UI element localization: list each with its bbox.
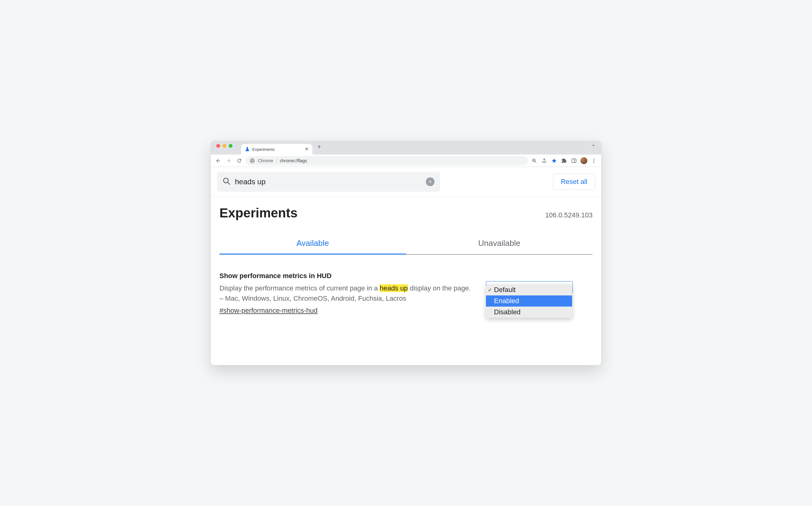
chrome-version: 106.0.5249.103 — [545, 211, 593, 219]
flags-search-box[interactable]: × — [217, 172, 440, 192]
forward-button[interactable] — [224, 156, 233, 165]
flags-body: Experiments 106.0.5249.103 Available Una… — [211, 197, 601, 327]
svg-point-11 — [593, 162, 594, 163]
svg-point-10 — [593, 160, 594, 161]
svg-line-4 — [535, 161, 536, 163]
experiment-name: Show performance metrics in HUD — [219, 272, 473, 280]
reset-all-button[interactable]: Reset all — [553, 174, 595, 190]
share-icon[interactable] — [540, 156, 548, 165]
back-button[interactable] — [214, 156, 223, 165]
maximize-window-button[interactable] — [229, 144, 232, 148]
search-highlight: heads up — [380, 284, 408, 292]
svg-rect-7 — [572, 159, 576, 163]
experiment-info: Show performance metrics in HUD Display … — [219, 272, 473, 315]
browser-window: Experiments ✕ + Chrome chrome://flags — [211, 141, 601, 365]
experiment-desc-text: Display the performance metrics of curre… — [219, 284, 380, 292]
new-tab-button[interactable]: + — [314, 143, 324, 153]
option-label: Default — [494, 286, 516, 294]
search-icon — [223, 177, 231, 186]
close-tab-icon[interactable]: ✕ — [305, 147, 309, 152]
option-label: Disabled — [494, 308, 521, 316]
experiment-select[interactable]: ✓ Default Enabled Disabled — [486, 281, 573, 315]
omnibox-url: chrome://flags — [280, 158, 307, 163]
flags-search-input[interactable] — [235, 177, 422, 186]
reload-button[interactable] — [235, 156, 244, 165]
flask-icon — [245, 147, 250, 152]
browser-toolbar: Chrome chrome://flags — [211, 155, 601, 167]
zoom-icon[interactable] — [530, 156, 539, 165]
select-dropdown: ✓ Default Enabled Disabled — [486, 284, 572, 318]
toolbar-actions — [530, 156, 598, 165]
profile-avatar[interactable] — [580, 156, 588, 165]
minimize-window-button[interactable] — [223, 144, 226, 148]
extensions-icon[interactable] — [560, 156, 569, 165]
option-label: Enabled — [494, 297, 519, 305]
tab-title: Experiments — [252, 147, 302, 152]
svg-point-9 — [593, 159, 594, 160]
page-content: × Reset all Experiments 106.0.5249.103 A… — [211, 167, 601, 365]
svg-point-12 — [223, 178, 228, 183]
tab-unavailable[interactable]: Unavailable — [406, 233, 593, 254]
chrome-icon — [250, 158, 255, 163]
option-default[interactable]: ✓ Default — [486, 284, 572, 296]
close-window-button[interactable] — [216, 144, 220, 148]
browser-tab[interactable]: Experiments ✕ — [241, 144, 312, 155]
heading-row: Experiments 106.0.5249.103 — [219, 205, 593, 221]
page-title: Experiments — [219, 205, 298, 221]
experiment-tabs: Available Unavailable — [219, 233, 593, 255]
window-controls — [214, 144, 235, 151]
flags-header: × Reset all — [211, 167, 601, 197]
option-disabled[interactable]: Disabled — [486, 307, 572, 318]
tabs-overflow-button[interactable] — [591, 143, 598, 153]
omnibox-label: Chrome — [258, 158, 273, 163]
address-bar[interactable]: Chrome chrome://flags — [245, 156, 528, 165]
option-enabled[interactable]: Enabled — [486, 296, 572, 307]
svg-line-13 — [228, 182, 230, 185]
tab-available[interactable]: Available — [219, 233, 406, 254]
svg-point-2 — [251, 160, 253, 161]
bookmark-star-icon[interactable] — [550, 156, 559, 165]
side-panel-icon[interactable] — [570, 156, 578, 165]
clear-search-icon[interactable]: × — [426, 177, 435, 186]
omnibox-divider — [277, 158, 277, 163]
menu-icon[interactable] — [589, 156, 598, 165]
experiment-description: Display the performance metrics of curre… — [219, 283, 473, 304]
experiment-hash-link[interactable]: #show-performance-metrics-hud — [219, 307, 473, 315]
check-icon: ✓ — [488, 287, 492, 293]
experiment-row: Show performance metrics in HUD Display … — [219, 255, 593, 315]
tab-strip: Experiments ✕ + — [211, 141, 601, 155]
